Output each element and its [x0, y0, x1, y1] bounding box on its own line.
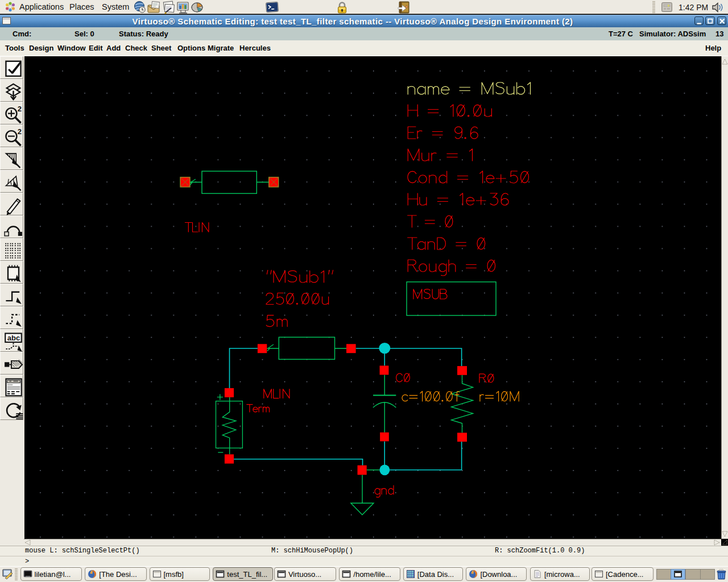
- svg-text:abc: abc: [7, 334, 20, 342]
- svg-text:2: 2: [18, 105, 22, 113]
- svg-text:2: 2: [18, 127, 22, 136]
